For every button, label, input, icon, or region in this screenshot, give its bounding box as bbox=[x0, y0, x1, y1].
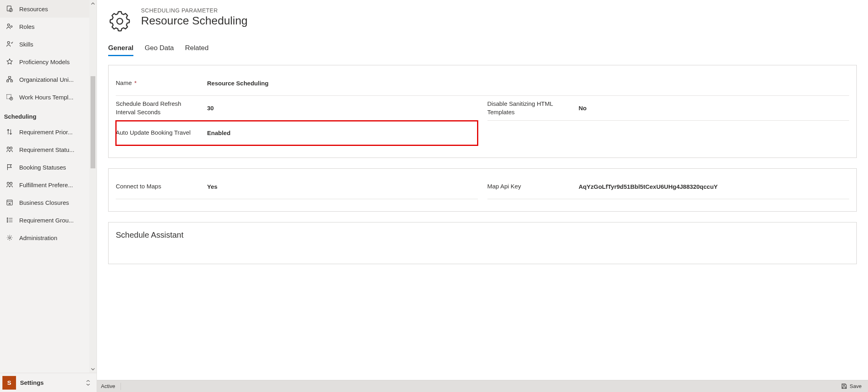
sidebar-item-label: Requirement Statu... bbox=[19, 146, 85, 153]
sidebar-scrollbar[interactable] bbox=[89, 0, 97, 373]
svg-point-13 bbox=[10, 182, 12, 184]
star-icon bbox=[6, 58, 14, 66]
chevron-updown-icon bbox=[85, 380, 92, 386]
field-label: Map Api Key bbox=[487, 182, 572, 190]
svg-point-11 bbox=[10, 147, 12, 149]
field-auto-update-booking-travel[interactable]: Auto Update Booking Travel Enabled bbox=[116, 121, 478, 145]
area-label: Settings bbox=[20, 379, 81, 386]
gear-icon bbox=[6, 234, 14, 242]
sidebar-item-roles[interactable]: Roles bbox=[0, 18, 89, 35]
sidebar-item-administration[interactable]: Administration bbox=[0, 229, 89, 247]
field-connect-to-maps[interactable]: Connect to Maps Yes bbox=[116, 174, 478, 199]
sidebar-item-fulfillment-preferences[interactable]: Fulfillment Prefere... bbox=[0, 176, 89, 194]
field-value: Resource Scheduling bbox=[204, 80, 849, 87]
svg-point-15 bbox=[7, 218, 8, 218]
sidebar-item-work-hours-templates[interactable]: Work Hours Templ... bbox=[0, 88, 89, 106]
section-schedule-assistant: Schedule Assistant bbox=[108, 222, 857, 264]
field-label: Disable Sanitizing HTML Templates bbox=[487, 100, 572, 116]
requirement-status-icon bbox=[6, 145, 14, 154]
field-label: Connect to Maps bbox=[116, 182, 200, 190]
sidebar-item-label: Booking Statuses bbox=[19, 164, 85, 171]
org-icon bbox=[6, 75, 14, 83]
gear-icon bbox=[108, 10, 131, 33]
sidebar-item-label: Roles bbox=[19, 23, 85, 30]
svg-point-18 bbox=[9, 237, 11, 239]
page-title: Resource Scheduling bbox=[141, 14, 248, 27]
statusbar: Active Save bbox=[97, 380, 868, 392]
field-label: Name * bbox=[116, 79, 200, 87]
sidebar-item-proficiency-models[interactable]: Proficiency Models bbox=[0, 53, 89, 71]
field-value: Yes bbox=[204, 183, 478, 190]
field-value: Enabled bbox=[204, 129, 478, 136]
area-switcher[interactable]: S Settings bbox=[0, 373, 97, 392]
scrollbar-up-arrow[interactable] bbox=[89, 0, 97, 7]
skills-icon bbox=[6, 40, 14, 48]
svg-point-4 bbox=[8, 42, 10, 44]
sidebar-item-label: Proficiency Models bbox=[19, 59, 85, 65]
sidebar: Resources Roles bbox=[0, 0, 97, 392]
sidebar-item-label: Work Hours Templ... bbox=[19, 94, 85, 101]
svg-rect-8 bbox=[7, 95, 11, 99]
field-value: No bbox=[576, 105, 850, 111]
scrollbar-thumb[interactable] bbox=[91, 76, 95, 168]
sidebar-item-business-closures[interactable]: Business Closures bbox=[0, 194, 89, 211]
list-icon bbox=[6, 216, 14, 224]
field-map-api-key[interactable]: Map Api Key AqYzGoLfTyr9d51Bbl5tCexU6UHg… bbox=[487, 174, 850, 199]
sidebar-item-label: Business Closures bbox=[19, 199, 85, 206]
sidebar-item-label: Requirement Grou... bbox=[19, 217, 85, 224]
sidebar-item-requirement-priorities[interactable]: Requirement Prior... bbox=[0, 123, 89, 141]
sidebar-item-requirement-statuses[interactable]: Requirement Statu... bbox=[0, 141, 89, 158]
roles-icon bbox=[6, 22, 14, 30]
sidebar-item-requirement-groups[interactable]: Requirement Grou... bbox=[0, 211, 89, 229]
save-button[interactable]: Save bbox=[839, 382, 864, 390]
work-hours-icon bbox=[6, 93, 14, 101]
flag-icon bbox=[6, 163, 14, 171]
svg-rect-7 bbox=[11, 80, 13, 82]
svg-point-19 bbox=[117, 18, 123, 24]
section-maps: Connect to Maps Yes Map Api Key AqYzGoLf… bbox=[108, 168, 857, 212]
svg-point-2 bbox=[8, 24, 10, 26]
required-indicator: * bbox=[133, 79, 137, 86]
section-title: Schedule Assistant bbox=[116, 230, 849, 240]
svg-point-17 bbox=[7, 221, 8, 222]
sidebar-item-label: Administration bbox=[19, 234, 85, 241]
scrollbar-down-arrow[interactable] bbox=[89, 366, 97, 373]
save-icon bbox=[841, 383, 847, 389]
sidebar-item-skills[interactable]: Skills bbox=[0, 35, 89, 53]
tabs: General Geo Data Related bbox=[108, 42, 857, 56]
sidebar-item-booking-statuses[interactable]: Booking Statuses bbox=[0, 158, 89, 176]
sidebar-item-label: Requirement Prior... bbox=[19, 129, 85, 135]
statusbar-divider bbox=[121, 383, 121, 390]
sidebar-item-label: Organizational Uni... bbox=[19, 76, 85, 83]
priority-icon bbox=[6, 128, 14, 136]
save-label: Save bbox=[850, 383, 862, 389]
svg-rect-6 bbox=[7, 80, 9, 82]
field-refresh-interval[interactable]: Schedule Board Refresh Interval Seconds … bbox=[116, 96, 478, 121]
svg-rect-14 bbox=[7, 200, 12, 205]
sidebar-item-label: Skills bbox=[19, 41, 85, 48]
svg-point-12 bbox=[7, 182, 9, 184]
field-disable-sanitize[interactable]: Disable Sanitizing HTML Templates No bbox=[487, 96, 850, 121]
sidebar-section-scheduling: Scheduling bbox=[0, 106, 89, 123]
page-header: SCHEDULING PARAMETER Resource Scheduling bbox=[108, 7, 857, 33]
svg-point-3 bbox=[11, 26, 12, 27]
svg-point-10 bbox=[7, 147, 9, 149]
fulfillment-icon bbox=[6, 181, 14, 189]
field-label: Schedule Board Refresh Interval Seconds bbox=[116, 100, 200, 116]
tab-related[interactable]: Related bbox=[185, 42, 209, 56]
page-eyebrow: SCHEDULING PARAMETER bbox=[141, 7, 248, 14]
calendar-x-icon bbox=[6, 198, 14, 206]
sidebar-item-label: Resources bbox=[19, 6, 85, 12]
field-value: AqYzGoLfTyr9d51Bbl5tCexU6UHg4J88320qccuY bbox=[576, 183, 850, 190]
field-name[interactable]: Name * Resource Scheduling bbox=[116, 71, 849, 96]
svg-point-16 bbox=[7, 220, 8, 220]
field-label: Auto Update Booking Travel bbox=[116, 129, 200, 137]
content: SCHEDULING PARAMETER Resource Scheduling… bbox=[97, 0, 868, 380]
field-value: 30 bbox=[204, 105, 478, 111]
sidebar-item-organizational-units[interactable]: Organizational Uni... bbox=[0, 71, 89, 88]
tab-geo-data[interactable]: Geo Data bbox=[145, 42, 174, 56]
tab-general[interactable]: General bbox=[108, 42, 133, 56]
sidebar-scroll: Resources Roles bbox=[0, 0, 97, 373]
sidebar-item-resources[interactable]: Resources bbox=[0, 0, 89, 18]
area-tile: S bbox=[2, 376, 16, 390]
